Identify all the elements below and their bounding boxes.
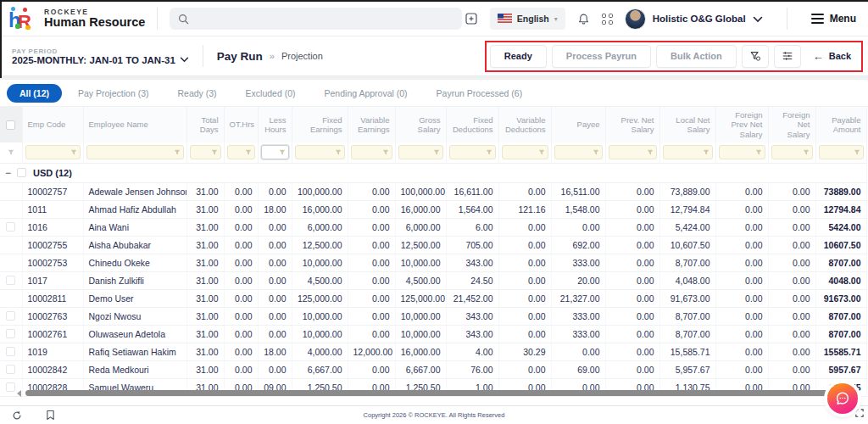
ready-button[interactable]: Ready [490, 45, 547, 68]
filter-input[interactable] [609, 145, 657, 159]
chevron-down-icon [753, 11, 763, 26]
tab-excluded-0[interactable]: Excluded (0) [233, 84, 309, 103]
filter-input[interactable] [261, 145, 289, 159]
filter-input[interactable] [449, 145, 496, 159]
column-header[interactable]: Emp Code [22, 107, 83, 142]
row-checkbox[interactable] [6, 222, 15, 232]
row-checkbox[interactable] [6, 329, 15, 338]
column-header[interactable]: Fixed Deductions [446, 107, 498, 142]
column-header[interactable]: Foreign Net Salary [768, 107, 815, 142]
back-button[interactable]: ← Back [806, 45, 858, 68]
table-cell: 0.00 [605, 325, 659, 343]
search-input[interactable] [194, 14, 453, 24]
column-header[interactable]: Prev. Net Salary [605, 107, 659, 142]
pay-period-selector[interactable]: PAY PERIOD 2025-MONTHLY: JAN-01 TO JAN-3… [12, 47, 189, 65]
row-select-cell [0, 271, 22, 289]
apps-grid-icon[interactable] [602, 14, 613, 25]
column-header[interactable]: OT.Hrs [224, 107, 258, 142]
filter-cell [395, 142, 446, 163]
column-header[interactable]: Variable Deductions [498, 107, 551, 142]
filter-input[interactable] [502, 145, 548, 159]
global-search[interactable] [170, 8, 462, 30]
column-header[interactable]: Fixed Earnings [292, 107, 348, 142]
bookmark-add-icon[interactable] [465, 12, 478, 25]
scroll-left-arrow[interactable] [17, 390, 21, 397]
table-cell: 0.00 [258, 360, 292, 378]
table-cell: 0.00 [768, 343, 815, 360]
filter-input[interactable] [295, 145, 345, 159]
account-menu[interactable]: Holistic O&G Global [625, 8, 763, 30]
table-cell: 31.00 [186, 271, 224, 289]
column-header[interactable]: Local Net Salary [659, 107, 715, 142]
table-cell: 15,585.71 [659, 343, 715, 360]
collapse-group-icon[interactable]: − [5, 167, 11, 179]
table-cell: 31.00 [186, 254, 224, 271]
row-checkbox[interactable] [6, 347, 15, 356]
filter-input[interactable] [190, 145, 221, 159]
process-payrun-button[interactable]: Process Payrun [552, 45, 651, 68]
table-cell: 0.00 [258, 218, 292, 236]
group-checkbox[interactable] [17, 168, 26, 177]
column-header[interactable]: Payee [551, 107, 605, 142]
main-menu-button[interactable]: Menu [811, 13, 856, 25]
filter-input[interactable] [227, 145, 255, 159]
tab-ready-3[interactable]: Ready (3) [164, 84, 229, 103]
clear-filter-button[interactable] [742, 45, 769, 68]
table-row: 1017Danish Zulkifli31.000.000.004,500.00… [0, 271, 866, 289]
table-row: 10002811Demo User31.000.000.00125,000.00… [0, 289, 866, 307]
divider [787, 8, 787, 30]
breadcrumb-payrun[interactable]: Pay Run [217, 50, 263, 63]
table-cell: 0.00 [348, 271, 395, 289]
column-header[interactable]: Variable Earnings [348, 107, 395, 142]
tab-pending-approval-0[interactable]: Pending Approval (0) [312, 84, 420, 103]
table-cell: 24.50 [446, 271, 498, 289]
tab-payrun-processed-6[interactable]: Payrun Processed (6) [424, 84, 536, 103]
select-all-cell [0, 107, 22, 142]
filter-cell [815, 142, 866, 163]
pay-period-label: PAY PERIOD [12, 47, 189, 55]
column-header[interactable]: Foreign Prev Net Salary [715, 107, 768, 142]
status-tabs: All (12)Pay Projection (3)Ready (3)Exclu… [0, 80, 868, 107]
table-cell: 0.00 [768, 271, 815, 289]
table-cell: 6,000.00 [395, 218, 446, 236]
filter-cell [605, 142, 659, 163]
row-checkbox[interactable] [6, 276, 15, 285]
table-cell: 0.00 [605, 360, 659, 378]
fullscreen-icon[interactable] [855, 405, 864, 421]
row-checkbox[interactable] [6, 382, 15, 392]
column-header[interactable]: Employee Name [83, 107, 186, 142]
filter-cell [292, 142, 348, 163]
row-checkbox[interactable] [6, 311, 15, 321]
table-cell: 21,452.00 [446, 289, 498, 307]
brand-logo[interactable]: hR ROCKEYE Human Resource [8, 7, 145, 31]
select-all-checkbox[interactable] [6, 120, 15, 130]
tab-pay-projection-3[interactable]: Pay Projection (3) [65, 84, 161, 103]
language-selector[interactable]: English ▾ [490, 8, 565, 30]
row-checkbox[interactable] [6, 365, 15, 374]
table-cell: 0.00 [605, 289, 659, 307]
filter-input[interactable] [351, 145, 392, 159]
filter-input[interactable] [819, 145, 864, 159]
tab-all-12[interactable]: All (12) [7, 84, 62, 103]
column-header[interactable]: Payable Amount [815, 107, 866, 142]
table-cell: 76.00 [446, 360, 498, 378]
filter-input[interactable] [554, 145, 603, 159]
row-select-cell [0, 325, 22, 343]
filter-input[interactable] [771, 145, 813, 159]
filter-input[interactable] [25, 145, 81, 159]
horizontal-scrollbar[interactable] [25, 390, 860, 396]
column-header[interactable]: Less Hours [258, 107, 292, 142]
chat-support-button[interactable] [827, 383, 858, 414]
filter-funnel-icon[interactable] [3, 145, 19, 159]
filter-input[interactable] [398, 145, 443, 159]
table-cell: 0.00 [498, 218, 551, 236]
filter-input[interactable] [663, 145, 713, 159]
filter-input[interactable] [86, 145, 184, 159]
column-header[interactable]: Total Days [186, 107, 224, 142]
column-settings-button[interactable] [774, 45, 801, 68]
bulk-action-button[interactable]: Bulk Action [656, 45, 737, 68]
column-header[interactable]: Gross Salary [395, 107, 446, 142]
filter-input[interactable] [719, 145, 765, 159]
notifications-bell-icon[interactable] [577, 13, 590, 25]
table-cell: 21,327.00 [551, 289, 605, 307]
